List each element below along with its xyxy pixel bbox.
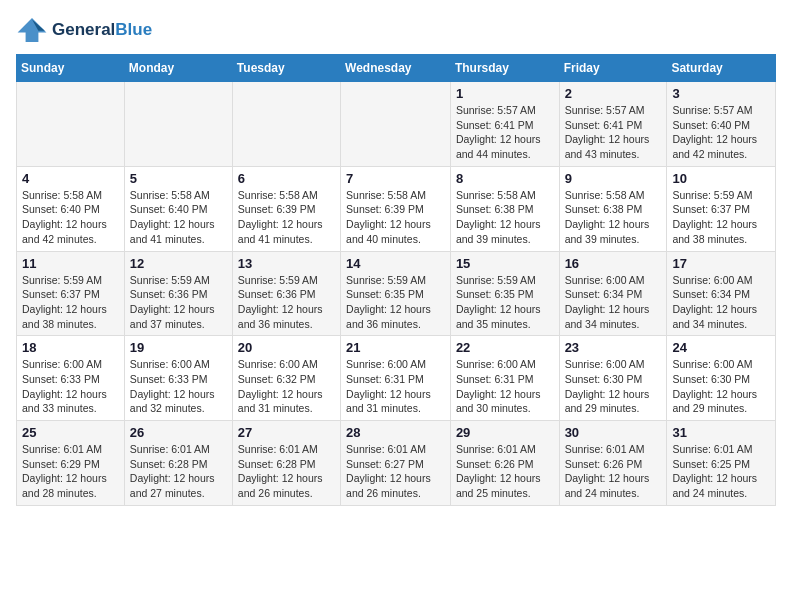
calendar-week-row: 1Sunrise: 5:57 AM Sunset: 6:41 PM Daylig…: [17, 82, 776, 167]
day-number: 25: [22, 425, 119, 440]
logo-text: GeneralBlue: [52, 20, 152, 40]
day-number: 10: [672, 171, 770, 186]
day-number: 17: [672, 256, 770, 271]
day-number: 31: [672, 425, 770, 440]
day-info: Sunrise: 5:58 AM Sunset: 6:38 PM Dayligh…: [456, 188, 554, 247]
day-info: Sunrise: 5:59 AM Sunset: 6:35 PM Dayligh…: [456, 273, 554, 332]
day-info: Sunrise: 5:58 AM Sunset: 6:39 PM Dayligh…: [346, 188, 445, 247]
calendar-cell: 11Sunrise: 5:59 AM Sunset: 6:37 PM Dayli…: [17, 251, 125, 336]
day-number: 13: [238, 256, 335, 271]
day-number: 16: [565, 256, 662, 271]
day-info: Sunrise: 6:00 AM Sunset: 6:31 PM Dayligh…: [456, 357, 554, 416]
day-number: 24: [672, 340, 770, 355]
day-number: 2: [565, 86, 662, 101]
header-thursday: Thursday: [450, 55, 559, 82]
calendar-cell: 17Sunrise: 6:00 AM Sunset: 6:34 PM Dayli…: [667, 251, 776, 336]
calendar-cell: [17, 82, 125, 167]
header-tuesday: Tuesday: [232, 55, 340, 82]
calendar-cell: 1Sunrise: 5:57 AM Sunset: 6:41 PM Daylig…: [450, 82, 559, 167]
calendar-cell: 23Sunrise: 6:00 AM Sunset: 6:30 PM Dayli…: [559, 336, 667, 421]
header-monday: Monday: [124, 55, 232, 82]
day-number: 11: [22, 256, 119, 271]
calendar-cell: 26Sunrise: 6:01 AM Sunset: 6:28 PM Dayli…: [124, 421, 232, 506]
calendar-table: SundayMondayTuesdayWednesdayThursdayFrid…: [16, 54, 776, 506]
calendar-week-row: 4Sunrise: 5:58 AM Sunset: 6:40 PM Daylig…: [17, 166, 776, 251]
calendar-cell: 24Sunrise: 6:00 AM Sunset: 6:30 PM Dayli…: [667, 336, 776, 421]
day-info: Sunrise: 6:00 AM Sunset: 6:33 PM Dayligh…: [130, 357, 227, 416]
calendar-cell: 14Sunrise: 5:59 AM Sunset: 6:35 PM Dayli…: [341, 251, 451, 336]
calendar-cell: [124, 82, 232, 167]
calendar-cell: 19Sunrise: 6:00 AM Sunset: 6:33 PM Dayli…: [124, 336, 232, 421]
day-number: 19: [130, 340, 227, 355]
calendar-cell: 20Sunrise: 6:00 AM Sunset: 6:32 PM Dayli…: [232, 336, 340, 421]
calendar-cell: 7Sunrise: 5:58 AM Sunset: 6:39 PM Daylig…: [341, 166, 451, 251]
calendar-cell: 9Sunrise: 5:58 AM Sunset: 6:38 PM Daylig…: [559, 166, 667, 251]
calendar-week-row: 25Sunrise: 6:01 AM Sunset: 6:29 PM Dayli…: [17, 421, 776, 506]
day-number: 12: [130, 256, 227, 271]
logo-icon: [16, 16, 48, 44]
calendar-cell: 4Sunrise: 5:58 AM Sunset: 6:40 PM Daylig…: [17, 166, 125, 251]
day-number: 4: [22, 171, 119, 186]
day-info: Sunrise: 5:58 AM Sunset: 6:39 PM Dayligh…: [238, 188, 335, 247]
day-info: Sunrise: 6:01 AM Sunset: 6:29 PM Dayligh…: [22, 442, 119, 501]
day-info: Sunrise: 6:00 AM Sunset: 6:31 PM Dayligh…: [346, 357, 445, 416]
calendar-cell: 12Sunrise: 5:59 AM Sunset: 6:36 PM Dayli…: [124, 251, 232, 336]
calendar-cell: 13Sunrise: 5:59 AM Sunset: 6:36 PM Dayli…: [232, 251, 340, 336]
day-info: Sunrise: 6:01 AM Sunset: 6:25 PM Dayligh…: [672, 442, 770, 501]
day-info: Sunrise: 5:59 AM Sunset: 6:36 PM Dayligh…: [130, 273, 227, 332]
day-info: Sunrise: 6:00 AM Sunset: 6:30 PM Dayligh…: [565, 357, 662, 416]
header-wednesday: Wednesday: [341, 55, 451, 82]
day-number: 9: [565, 171, 662, 186]
header-saturday: Saturday: [667, 55, 776, 82]
day-number: 3: [672, 86, 770, 101]
day-number: 23: [565, 340, 662, 355]
day-info: Sunrise: 6:01 AM Sunset: 6:26 PM Dayligh…: [456, 442, 554, 501]
calendar-cell: 21Sunrise: 6:00 AM Sunset: 6:31 PM Dayli…: [341, 336, 451, 421]
calendar-header-row: SundayMondayTuesdayWednesdayThursdayFrid…: [17, 55, 776, 82]
day-info: Sunrise: 6:01 AM Sunset: 6:27 PM Dayligh…: [346, 442, 445, 501]
day-number: 20: [238, 340, 335, 355]
day-number: 26: [130, 425, 227, 440]
day-number: 28: [346, 425, 445, 440]
day-info: Sunrise: 6:01 AM Sunset: 6:26 PM Dayligh…: [565, 442, 662, 501]
calendar-cell: 29Sunrise: 6:01 AM Sunset: 6:26 PM Dayli…: [450, 421, 559, 506]
day-number: 7: [346, 171, 445, 186]
calendar-cell: 15Sunrise: 5:59 AM Sunset: 6:35 PM Dayli…: [450, 251, 559, 336]
day-info: Sunrise: 5:59 AM Sunset: 6:35 PM Dayligh…: [346, 273, 445, 332]
day-number: 1: [456, 86, 554, 101]
calendar-cell: 25Sunrise: 6:01 AM Sunset: 6:29 PM Dayli…: [17, 421, 125, 506]
calendar-cell: 18Sunrise: 6:00 AM Sunset: 6:33 PM Dayli…: [17, 336, 125, 421]
calendar-cell: 28Sunrise: 6:01 AM Sunset: 6:27 PM Dayli…: [341, 421, 451, 506]
day-info: Sunrise: 6:00 AM Sunset: 6:34 PM Dayligh…: [565, 273, 662, 332]
calendar-cell: [341, 82, 451, 167]
calendar-week-row: 11Sunrise: 5:59 AM Sunset: 6:37 PM Dayli…: [17, 251, 776, 336]
calendar-cell: 22Sunrise: 6:00 AM Sunset: 6:31 PM Dayli…: [450, 336, 559, 421]
day-number: 30: [565, 425, 662, 440]
day-number: 8: [456, 171, 554, 186]
day-info: Sunrise: 5:58 AM Sunset: 6:40 PM Dayligh…: [130, 188, 227, 247]
day-info: Sunrise: 5:57 AM Sunset: 6:41 PM Dayligh…: [456, 103, 554, 162]
calendar-cell: 30Sunrise: 6:01 AM Sunset: 6:26 PM Dayli…: [559, 421, 667, 506]
day-number: 15: [456, 256, 554, 271]
calendar-cell: 3Sunrise: 5:57 AM Sunset: 6:40 PM Daylig…: [667, 82, 776, 167]
calendar-cell: 31Sunrise: 6:01 AM Sunset: 6:25 PM Dayli…: [667, 421, 776, 506]
header: GeneralBlue: [16, 16, 776, 44]
day-info: Sunrise: 5:57 AM Sunset: 6:40 PM Dayligh…: [672, 103, 770, 162]
day-info: Sunrise: 5:57 AM Sunset: 6:41 PM Dayligh…: [565, 103, 662, 162]
day-number: 14: [346, 256, 445, 271]
day-info: Sunrise: 5:59 AM Sunset: 6:36 PM Dayligh…: [238, 273, 335, 332]
calendar-cell: 2Sunrise: 5:57 AM Sunset: 6:41 PM Daylig…: [559, 82, 667, 167]
day-info: Sunrise: 5:59 AM Sunset: 6:37 PM Dayligh…: [22, 273, 119, 332]
calendar-cell: 6Sunrise: 5:58 AM Sunset: 6:39 PM Daylig…: [232, 166, 340, 251]
day-info: Sunrise: 5:58 AM Sunset: 6:40 PM Dayligh…: [22, 188, 119, 247]
day-number: 27: [238, 425, 335, 440]
day-number: 5: [130, 171, 227, 186]
day-info: Sunrise: 6:00 AM Sunset: 6:32 PM Dayligh…: [238, 357, 335, 416]
day-info: Sunrise: 5:58 AM Sunset: 6:38 PM Dayligh…: [565, 188, 662, 247]
day-info: Sunrise: 6:00 AM Sunset: 6:34 PM Dayligh…: [672, 273, 770, 332]
day-number: 22: [456, 340, 554, 355]
day-info: Sunrise: 6:00 AM Sunset: 6:33 PM Dayligh…: [22, 357, 119, 416]
logo: GeneralBlue: [16, 16, 152, 44]
calendar-cell: 27Sunrise: 6:01 AM Sunset: 6:28 PM Dayli…: [232, 421, 340, 506]
day-number: 18: [22, 340, 119, 355]
